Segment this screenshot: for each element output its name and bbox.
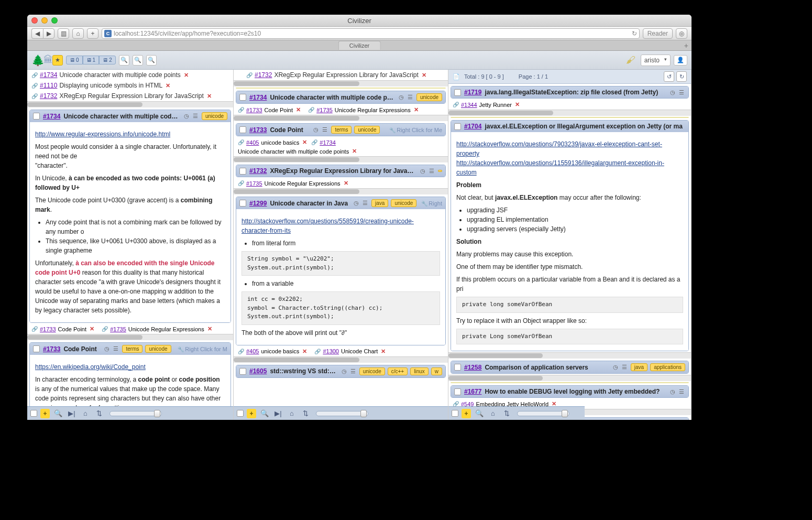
- ref-link[interactable]: #1735: [246, 180, 262, 187]
- add-note-button[interactable]: +: [40, 409, 50, 418]
- search-button-2[interactable]: 🔍: [133, 55, 143, 66]
- body-link[interactable]: http://stackoverflow.com/questions/55859…: [242, 218, 414, 234]
- tag[interactable]: unicode: [145, 345, 171, 353]
- clock-icon[interactable]: ◷: [103, 345, 111, 352]
- tag[interactable]: java: [371, 199, 388, 207]
- clock-icon[interactable]: ◷: [183, 113, 190, 120]
- add-note-button[interactable]: +: [247, 409, 256, 418]
- bookmarks-button[interactable]: ▥: [58, 28, 69, 39]
- stack-icon[interactable]: ☰: [192, 113, 199, 120]
- monitor-1[interactable]: 🖥1: [83, 56, 100, 64]
- close-icon[interactable]: ✕: [381, 348, 386, 355]
- tag[interactable]: [438, 170, 442, 172]
- close-icon[interactable]: ✕: [207, 326, 212, 332]
- sort-icon[interactable]: ⇅: [300, 408, 311, 419]
- search-icon[interactable]: 🔍: [259, 408, 270, 419]
- clock-icon[interactable]: ◷: [312, 126, 320, 133]
- close-icon[interactable]: ✕: [422, 72, 426, 79]
- card-checkbox[interactable]: [454, 123, 461, 130]
- close-icon[interactable]: ✕: [302, 348, 307, 355]
- next-icon[interactable]: ▶|: [67, 408, 77, 419]
- stack-icon[interactable]: ☰: [678, 388, 685, 395]
- close-icon[interactable]: ✕: [414, 106, 419, 113]
- card-id-link[interactable]: #1719: [464, 89, 481, 96]
- tag[interactable]: unicode: [202, 112, 227, 120]
- tag[interactable]: unicode: [391, 199, 416, 207]
- card-checkbox[interactable]: [239, 168, 246, 175]
- zoom-slider[interactable]: [517, 411, 569, 416]
- ref-link[interactable]: #1732: [255, 71, 272, 79]
- tag[interactable]: applications: [650, 363, 685, 371]
- body-link[interactable]: http://www.regular-expressions.info/unic…: [35, 131, 170, 138]
- tag[interactable]: c/c++: [388, 367, 408, 375]
- search-button-1[interactable]: 🔍: [119, 55, 129, 66]
- ref-link[interactable]: #1344: [461, 102, 477, 108]
- stack-icon[interactable]: ☰: [407, 94, 414, 101]
- reload-icon[interactable]: ↻: [632, 30, 637, 37]
- card-checkbox[interactable]: [239, 94, 246, 101]
- tag[interactable]: unicode: [354, 126, 380, 134]
- clock-icon[interactable]: ◷: [669, 388, 676, 395]
- search-icon[interactable]: 🔍: [53, 408, 63, 419]
- ref-link[interactable]: #1110: [40, 82, 57, 89]
- stack-icon[interactable]: ☰: [428, 168, 435, 175]
- footer-checkbox[interactable]: [452, 410, 458, 417]
- zoom-slider[interactable]: [109, 411, 162, 416]
- stack-icon[interactable]: ☰: [349, 368, 357, 375]
- clock-icon[interactable]: ◷: [669, 89, 676, 96]
- refresh-left-button[interactable]: ↺: [664, 71, 674, 82]
- clock-icon[interactable]: ◷: [612, 364, 619, 371]
- stack-icon[interactable]: ☰: [621, 364, 628, 371]
- back-button[interactable]: ◀: [31, 28, 43, 39]
- zoom-slider[interactable]: [316, 411, 368, 416]
- brush-icon[interactable]: 🖌: [626, 55, 635, 66]
- close-icon[interactable]: ✕: [207, 93, 212, 100]
- card-id-link[interactable]: #1734: [249, 94, 267, 101]
- tag[interactable]: terms: [331, 126, 352, 134]
- minimize-window-button[interactable]: [41, 17, 48, 24]
- card-id-link[interactable]: #1704: [464, 123, 481, 130]
- add-button[interactable]: +: [87, 28, 98, 39]
- card-checkbox[interactable]: [33, 345, 40, 352]
- ref-link[interactable]: #1734: [320, 139, 336, 146]
- monitor-2[interactable]: 🖥2: [99, 56, 116, 64]
- ref-link[interactable]: #1734: [40, 71, 57, 79]
- close-icon[interactable]: ✕: [90, 326, 94, 332]
- stack-icon[interactable]: ☰: [112, 345, 119, 352]
- next-icon[interactable]: ▶|: [273, 408, 283, 419]
- stack-icon[interactable]: ☰: [321, 126, 328, 133]
- user-dropdown[interactable]: aristo: [641, 55, 671, 66]
- card-id-link[interactable]: #1299: [249, 200, 267, 207]
- user-menu-button[interactable]: 👤: [674, 55, 687, 66]
- clock-icon[interactable]: ◷: [353, 200, 360, 207]
- zoom-window-button[interactable]: [51, 17, 58, 24]
- card-id-link[interactable]: #1734: [43, 113, 60, 120]
- clock-icon[interactable]: ◷: [419, 168, 426, 175]
- close-icon[interactable]: ✕: [344, 180, 348, 187]
- clock-icon[interactable]: ◷: [341, 368, 348, 375]
- card-checkbox[interactable]: [454, 388, 461, 395]
- extensions-button[interactable]: ◎: [676, 28, 687, 39]
- ref-link[interactable]: #1732: [40, 92, 57, 100]
- stack-icon[interactable]: ☰: [361, 200, 369, 207]
- footer-checkbox[interactable]: [237, 410, 244, 417]
- home-button[interactable]: ⌂: [72, 28, 84, 39]
- ref-link[interactable]: #1733: [246, 107, 262, 113]
- app-logo[interactable]: 🌲 🏛: [31, 53, 49, 68]
- close-icon[interactable]: ✕: [352, 148, 357, 155]
- card-checkbox[interactable]: [33, 113, 40, 120]
- card-id-link[interactable]: #1732: [249, 167, 267, 175]
- url-input[interactable]: [114, 30, 630, 37]
- url-bar[interactable]: C ↻: [102, 28, 640, 39]
- sort-icon[interactable]: ⇅: [94, 408, 104, 419]
- close-icon[interactable]: ✕: [515, 101, 520, 108]
- close-icon[interactable]: ✕: [296, 106, 301, 113]
- home-icon[interactable]: ⌂: [488, 408, 498, 419]
- clock-icon[interactable]: ◷: [398, 94, 405, 101]
- card-id-link[interactable]: #1605: [249, 367, 267, 375]
- tag[interactable]: terms: [122, 345, 142, 353]
- star-button[interactable]: ★: [52, 55, 63, 66]
- add-note-button[interactable]: +: [462, 409, 471, 418]
- card-checkbox[interactable]: [239, 126, 246, 133]
- browser-tab[interactable]: Civilizer: [338, 41, 381, 50]
